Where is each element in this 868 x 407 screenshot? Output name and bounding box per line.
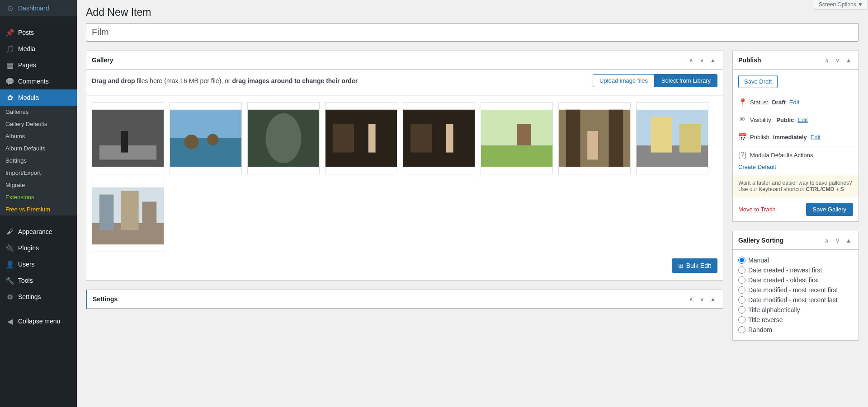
sort-option-modified-first[interactable]: Date modified - most recent first (738, 285, 853, 295)
submenu-settings[interactable]: Settings (0, 154, 77, 167)
screen-options-button[interactable]: Screen Options ▼ (814, 0, 868, 9)
gallery-postbox: Gallery ∧ ∨ ▲ Drag and drop files here (… (86, 51, 723, 281)
toggle-icon[interactable]: ▲ (844, 236, 853, 245)
submenu-free-vs-premium[interactable]: Free vs Premium (0, 203, 77, 215)
move-down-icon[interactable]: ∨ (833, 236, 842, 245)
move-up-icon[interactable]: ∧ (822, 236, 831, 245)
edit-publish-link[interactable]: Edit (811, 134, 821, 140)
move-down-icon[interactable]: ∨ (698, 56, 707, 65)
svg-rect-25 (679, 124, 701, 152)
sidebar-label: Settings (18, 293, 41, 300)
submenu-extensions[interactable]: Extensions (0, 191, 77, 203)
select-from-library-button[interactable]: Select from Library (655, 74, 717, 87)
sidebar-item-modula[interactable]: ✿ Modula (0, 89, 77, 106)
sidebar-item-comments[interactable]: 💬 Comments (0, 73, 77, 89)
sort-option-manual[interactable]: Manual (738, 255, 853, 265)
settings-postbox: Settings ∧ ∨ ▲ (86, 290, 723, 309)
sort-option-date-newest[interactable]: Date created - newest first (738, 265, 853, 275)
tools-icon: 🔧 (5, 276, 14, 285)
sort-option-title-reverse[interactable]: Title reverse (738, 315, 853, 325)
defaults-label: Modula Defaults Actions (750, 152, 813, 159)
submenu-album-defaults[interactable]: Album Defaults (0, 142, 77, 154)
sidebar-label: Users (18, 261, 35, 268)
pages-icon: ▤ (5, 61, 14, 70)
move-down-icon[interactable]: ∨ (698, 295, 707, 304)
sidebar-item-media[interactable]: 🎵 Media (0, 41, 77, 57)
sort-option-title-alpha[interactable]: Title alphabetically (738, 305, 853, 315)
gallery-thumb[interactable] (636, 102, 708, 174)
modula-icon: ✿ (5, 93, 14, 102)
toggle-icon[interactable]: ▲ (708, 295, 717, 304)
admin-sidebar: ⊙ Dashboard 📌 Posts 🎵 Media ▤ Pages 💬 Co… (0, 0, 77, 407)
svg-rect-16 (481, 145, 552, 167)
edit-visibility-link[interactable]: Edit (797, 117, 807, 123)
move-up-icon[interactable]: ∧ (822, 56, 831, 65)
sidebar-item-posts[interactable]: 📌 Posts (0, 24, 77, 41)
gallery-thumb[interactable] (481, 102, 553, 174)
comments-icon: 💬 (5, 77, 14, 86)
gallery-thumb[interactable] (170, 102, 242, 174)
create-default-link[interactable]: Create Default (738, 164, 776, 170)
move-to-trash-link[interactable]: Move to Trash (738, 206, 775, 213)
svg-rect-21 (587, 131, 598, 159)
sidebar-submenu: Galleries Gallery Defaults Albums Album … (0, 106, 77, 215)
title-input[interactable] (86, 23, 859, 42)
svg-rect-13 (410, 124, 432, 152)
submenu-albums[interactable]: Albums (0, 130, 77, 142)
save-gallery-button[interactable]: Save Gallery (806, 203, 853, 216)
gallery-thumb[interactable] (558, 102, 631, 174)
svg-rect-30 (142, 201, 157, 230)
gallery-thumb[interactable] (92, 180, 164, 252)
sidebar-item-appearance[interactable]: 🖌 Appearance (0, 224, 77, 240)
sorting-options: Manual Date created - newest first Date … (733, 250, 859, 340)
submenu-gallery-defaults[interactable]: Gallery Defaults (0, 118, 77, 130)
sidebar-item-tools[interactable]: 🔧 Tools (0, 272, 77, 289)
key-icon: 📍 (738, 98, 746, 107)
svg-rect-20 (609, 110, 623, 167)
users-icon: 👤 (5, 260, 14, 269)
submenu-import-export[interactable]: Import/Export (0, 167, 77, 179)
sidebar-item-plugins[interactable]: 🔌 Plugins (0, 240, 77, 256)
gallery-thumbs[interactable] (86, 96, 723, 258)
visibility-value: Public (776, 117, 794, 123)
sidebar-label: Modula (18, 94, 39, 101)
toggle-icon[interactable]: ▲ (844, 56, 853, 65)
svg-rect-28 (99, 195, 114, 230)
svg-rect-2 (121, 131, 128, 152)
submenu-galleries[interactable]: Galleries (0, 106, 77, 118)
edit-status-link[interactable]: Edit (789, 99, 799, 106)
gallery-thumb[interactable] (325, 102, 397, 174)
grid-icon: ⊞ (678, 262, 684, 269)
sidebar-item-users[interactable]: 👤 Users (0, 256, 77, 272)
svg-rect-19 (566, 110, 580, 167)
gallery-thumb[interactable] (247, 102, 320, 174)
sidebar-label: Appearance (18, 228, 52, 235)
toggle-icon[interactable]: ▲ (708, 56, 717, 65)
status-label: Status: (750, 99, 768, 106)
svg-point-5 (184, 135, 199, 149)
bulk-edit-button[interactable]: ⊞ Bulk Edit (672, 258, 717, 273)
submenu-migrate[interactable]: Migrate (0, 179, 77, 191)
sidebar-item-collapse[interactable]: ◀ Collapse menu (0, 313, 77, 329)
page-title: Add New Item (86, 0, 859, 23)
sort-option-modified-last[interactable]: Date modified - most recent last (738, 295, 853, 305)
move-down-icon[interactable]: ∨ (833, 56, 842, 65)
status-value: Draft (772, 99, 785, 106)
sidebar-item-settings[interactable]: ⚙ Settings (0, 289, 77, 305)
gallery-thumb[interactable] (92, 102, 164, 174)
move-up-icon[interactable]: ∧ (687, 295, 696, 304)
svg-rect-14 (446, 124, 453, 152)
sort-option-random[interactable]: Random (738, 325, 853, 335)
sidebar-item-pages[interactable]: ▤ Pages (0, 57, 77, 73)
dashboard-icon: ⊙ (5, 4, 14, 13)
gallery-thumb[interactable] (403, 102, 475, 174)
upload-image-files-button[interactable]: Upload image files (593, 74, 655, 87)
move-up-icon[interactable]: ∧ (687, 56, 696, 65)
sidebar-item-dashboard[interactable]: ⊙ Dashboard (0, 0, 77, 16)
keyboard-hint: Want a faster and easier way to save gal… (733, 175, 859, 197)
eye-icon: 👁 (738, 116, 746, 124)
svg-rect-24 (651, 117, 672, 153)
sort-option-date-oldest[interactable]: Date created - oldest first (738, 275, 853, 285)
appearance-icon: 🖌 (5, 227, 14, 236)
save-draft-button[interactable]: Save Draft (738, 75, 778, 88)
